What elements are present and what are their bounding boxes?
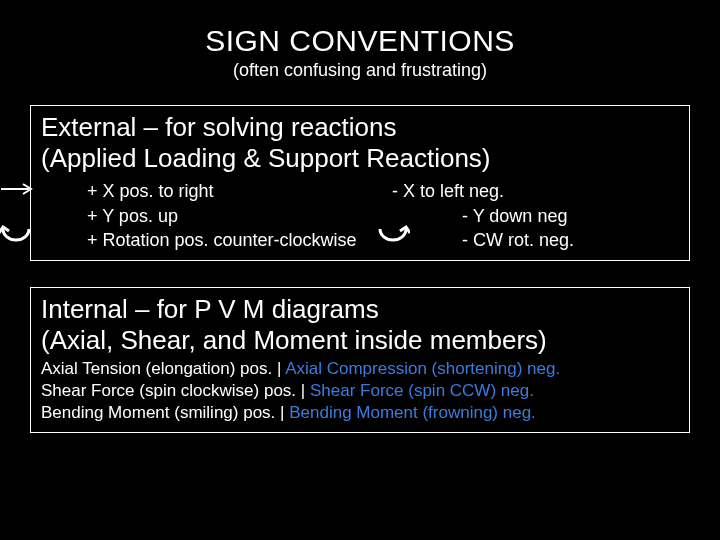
internal-heading: Internal – for P V M diagrams (Axial, Sh… xyxy=(41,294,679,355)
note-moment-neg: Bending Moment (frowning) neg. xyxy=(289,403,536,422)
external-heading: External – for solving reactions (Applie… xyxy=(41,112,679,173)
internal-heading-line2: (Axial, Shear, and Moment inside members… xyxy=(41,325,547,355)
note-axial-pos: Axial Tension (elongation) pos. xyxy=(41,359,272,378)
external-rules: + X pos. to right - X to left neg. + Y p… xyxy=(41,179,679,252)
slide: SIGN CONVENTIONS (often confusing and fr… xyxy=(0,0,720,540)
rule-y-pos: + Y pos. up xyxy=(87,204,392,228)
internal-heading-line1: Internal – for P V M diagrams xyxy=(41,294,379,324)
rule-x-neg: - X to left neg. xyxy=(392,179,679,203)
rule-row-x: + X pos. to right - X to left neg. xyxy=(87,179,679,203)
note-moment-pos: Bending Moment (smiling) pos. xyxy=(41,403,275,422)
rule-y-neg: - Y down neg xyxy=(392,204,679,228)
rule-rot-pos: + Rotation pos. counter-clockwise xyxy=(87,228,392,252)
note-axial-neg: Axial Compression (shortening) neg. xyxy=(285,359,560,378)
note-shear-pos: Shear Force (spin clockwise) pos. xyxy=(41,381,296,400)
note-shear-neg: Shear Force (spin CCW) neg. xyxy=(310,381,534,400)
separator: | xyxy=(301,381,310,400)
rule-rot-neg: - CW rot. neg. xyxy=(392,228,679,252)
note-shear: Shear Force (spin clockwise) pos. | Shea… xyxy=(41,380,679,402)
separator: | xyxy=(277,359,285,378)
slide-subtitle: (often confusing and frustrating) xyxy=(30,60,690,81)
slide-title: SIGN CONVENTIONS xyxy=(30,24,690,58)
arrow-right-icon xyxy=(0,182,37,196)
external-box: External – for solving reactions (Applie… xyxy=(30,105,690,261)
cw-rotation-icon xyxy=(376,223,410,249)
ccw-rotation-icon xyxy=(0,223,33,249)
note-axial: Axial Tension (elongation) pos. | Axial … xyxy=(41,358,679,380)
external-heading-line1: External – for solving reactions xyxy=(41,112,397,142)
internal-notes: Axial Tension (elongation) pos. | Axial … xyxy=(41,358,679,424)
separator: | xyxy=(280,403,289,422)
internal-box: Internal – for P V M diagrams (Axial, Sh… xyxy=(30,287,690,433)
note-moment: Bending Moment (smiling) pos. | Bending … xyxy=(41,402,679,424)
rule-x-pos: + X pos. to right xyxy=(87,179,392,203)
external-heading-line2: (Applied Loading & Support Reactions) xyxy=(41,143,491,173)
